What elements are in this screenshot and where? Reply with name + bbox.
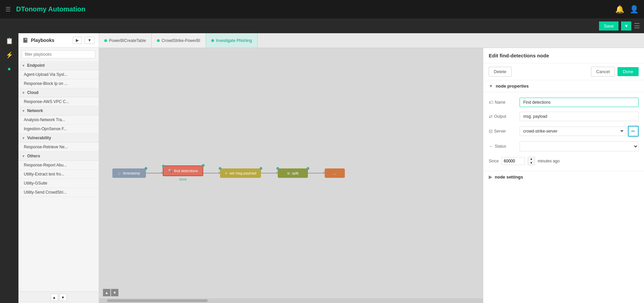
category-label-network: Network	[27, 108, 43, 113]
canvas-nav-up[interactable]: ▲	[103, 289, 110, 296]
canvas-and-right: PowerBICreateTable CrowdStrike-PowerBI I…	[99, 33, 644, 303]
filter-wrap	[18, 48, 99, 61]
playbooks-dropdown-button[interactable]: ▼	[85, 37, 95, 44]
server-select[interactable]: crowd-strike-server	[520, 127, 627, 136]
playbooks-list: ▼ Endpoint Agent-Upload Via Sysl... Resp…	[18, 61, 99, 291]
left-sidebar: 📋 ⚡ ●	[0, 33, 18, 303]
sidebar-active-icon[interactable]: ●	[7, 65, 11, 72]
node-dot-fd-tr	[202, 164, 205, 167]
node-find-detections[interactable]: 🔍 find detections	[163, 165, 203, 176]
category-toggle-cloud: ▼	[22, 91, 25, 95]
cancel-button[interactable]: Cancel	[591, 67, 614, 77]
node-settings-label: node settings	[495, 174, 523, 180]
list-item[interactable]: Utility-Send CrowdStri...	[18, 188, 99, 197]
node-properties-label: node properties	[496, 84, 529, 89]
list-item[interactable]: Agent-Upload Via Sysl...	[18, 70, 99, 79]
prop-row-name: 🏷 Name	[489, 98, 639, 107]
list-item[interactable]: Response-AWS VPC C...	[18, 97, 99, 106]
output-input[interactable]	[520, 112, 639, 121]
tab-dot-2	[157, 39, 160, 42]
sidebar-playbooks-icon[interactable]: 📋	[6, 37, 13, 45]
node-properties-section[interactable]: ▼ node properties	[483, 80, 644, 92]
list-item[interactable]: Ingestion-OpnSense F...	[18, 124, 99, 134]
node-next[interactable]: ...	[325, 168, 345, 178]
bell-icon[interactable]: 🔔	[615, 5, 624, 14]
sidebar-settings-icon[interactable]: ⚡	[6, 51, 13, 59]
list-item[interactable]: Response-Block Ip on ...	[18, 79, 99, 88]
save-button[interactable]: Save	[599, 21, 619, 31]
hamburger-icon[interactable]: ☰	[5, 6, 11, 13]
connector-2	[203, 173, 220, 173]
node-done-label: done	[179, 178, 186, 181]
tab-dot-3	[211, 39, 214, 42]
delete-button[interactable]: Delete	[489, 67, 512, 77]
category-cloud[interactable]: ▼ Cloud	[18, 88, 99, 97]
list-item[interactable]: Utility-GSuite	[18, 179, 99, 188]
name-input[interactable]	[520, 98, 639, 107]
toolbar-menu-icon[interactable]: ☰	[634, 22, 640, 30]
list-item[interactable]: Utility-Extract text fro...	[18, 170, 99, 179]
canvas-area[interactable]: ▷ timestamp 🔍 find detections	[99, 48, 483, 303]
workflow-container: ▷ timestamp 🔍 find detections	[99, 48, 483, 298]
sub-toolbar: Save ▼ ☰	[0, 18, 644, 33]
node-find-detections-label: find detections	[174, 169, 198, 173]
stepper-down-button[interactable]: ▼	[528, 161, 535, 165]
scroll-up-button[interactable]: ▲	[51, 294, 58, 301]
panel-actions: Delete Cancel Done	[483, 63, 644, 80]
tab-powerbicreatetable[interactable]: PowerBICreateTable	[99, 33, 152, 48]
user-icon[interactable]: 👤	[630, 5, 639, 14]
prop-row-server: ⊟ Server crowd-strike-server ✏	[489, 126, 639, 137]
tab-label-2: CrowdStrike-PowerBI	[162, 38, 200, 43]
list-item[interactable]: Analysis-Network Tra...	[18, 115, 99, 124]
navbar-right: 🔔 👤	[615, 5, 639, 14]
prop-label-status: ← Status	[489, 144, 516, 149]
node-set-label: set msg.payload	[229, 171, 256, 175]
node-timestamp[interactable]: ▷ timestamp	[112, 168, 146, 178]
category-label-endpoint: Endpoint	[27, 63, 45, 68]
filter-input[interactable]	[22, 50, 95, 58]
app-logo: DTonomy Automation	[16, 5, 86, 13]
scroll-down-button[interactable]: ▼	[59, 294, 67, 301]
node-settings-section[interactable]: ▶ node settings	[483, 171, 644, 183]
node-dot-fd-tl	[162, 165, 165, 167]
canvas-nav-down[interactable]: ▼	[111, 289, 118, 296]
node-set-icon: ✕	[225, 171, 227, 175]
node-split-label: split	[292, 171, 299, 175]
node-split[interactable]: ⊞ split	[278, 168, 308, 178]
stepper-up-button[interactable]: ▲	[528, 157, 535, 161]
prop-label-name: 🏷 Name	[489, 100, 516, 105]
tab-investigate-phishing[interactable]: Investigate Phishing	[206, 33, 258, 48]
prop-label-output: ⇄ Output	[489, 114, 516, 119]
right-panel: Edit find-detections node Delete Cancel …	[483, 48, 644, 303]
category-endpoint[interactable]: ▼ Endpoint	[18, 61, 99, 70]
category-label-others: Others	[27, 154, 40, 158]
prop-row-status: ← Status	[489, 141, 639, 151]
node-next-label: ...	[333, 171, 336, 175]
canvas-scrollbar[interactable]	[99, 298, 483, 303]
save-dropdown-button[interactable]: ▼	[621, 21, 631, 31]
node-find-detections-icon: 🔍	[168, 169, 172, 172]
tab-label-3: Investigate Phishing	[216, 38, 252, 43]
since-row: Since ▲ ▼ minutes ago	[483, 157, 644, 171]
category-vulnerability[interactable]: ▼ Vulnerability	[18, 134, 99, 143]
status-select[interactable]	[520, 141, 639, 151]
category-toggle-vulnerability: ▼	[22, 136, 25, 140]
list-item[interactable]: Response-Retrieve Ne...	[18, 143, 99, 152]
category-network[interactable]: ▼ Network	[18, 106, 99, 115]
node-dot-set-tl	[219, 167, 221, 170]
node-timestamp-icon: ▷	[118, 171, 121, 175]
node-set-msg-payload[interactable]: ✕ set msg.payload	[220, 168, 261, 178]
tab-crowdstrike-powerbi[interactable]: CrowdStrike-PowerBI	[152, 33, 206, 48]
navbar-left: ☰ DTonomy Automation	[5, 5, 86, 13]
connector-4	[308, 173, 325, 173]
node-dot-split-tr	[307, 167, 309, 170]
edit-server-button[interactable]: ✏	[628, 126, 639, 137]
play-button[interactable]: ▶	[73, 37, 82, 44]
category-others[interactable]: ▼ Others	[18, 152, 99, 161]
since-label: Since	[489, 159, 499, 163]
since-input[interactable]	[501, 157, 525, 165]
done-button[interactable]: Done	[618, 67, 639, 76]
canvas-scroll-thumb[interactable]	[107, 299, 208, 302]
list-item[interactable]: Response-Report Abu...	[18, 161, 99, 170]
settings-toggle-icon: ▶	[489, 174, 492, 180]
